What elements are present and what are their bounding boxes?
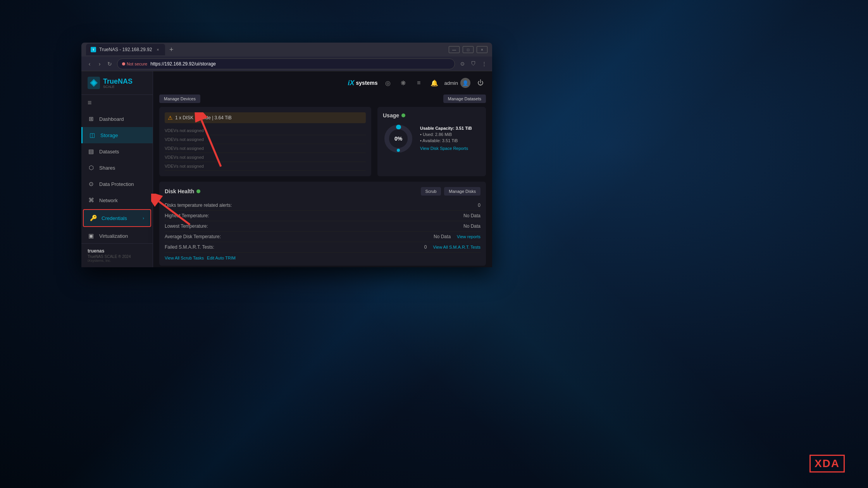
view-all-scrub-link[interactable]: View All Scrub Tasks: [165, 256, 204, 260]
used-stat: • Used: 2.86 MiB: [420, 132, 480, 137]
browser-navbar: ‹ › ↻ Not secure https://192.168.29.92/u…: [81, 57, 492, 71]
usage-chart-area: 0% Usable Capacity: 3.51 TiB • Used: 2.8…: [383, 123, 480, 154]
vdev-row-5: VDEVs not assigned: [165, 162, 366, 171]
sidebar-item-dashboard[interactable]: ⊞ Dashboard: [81, 111, 153, 127]
topbar-right: iX systems ◎ ❋ ≡ 🔔 admin 👤 ⏻: [348, 77, 486, 88]
highest-temp-label: Highest Temperature:: [165, 213, 209, 218]
forward-button[interactable]: ›: [95, 60, 104, 68]
usage-status-dot: [401, 113, 405, 117]
lowest-temp-value: No Data: [463, 223, 480, 229]
disk-info-bar: ⚠ 1 x DISK | 1 wide | 3.64 TiB: [165, 112, 366, 123]
new-tab-button[interactable]: +: [167, 45, 176, 54]
security-dot: [122, 62, 125, 65]
admin-label: admin: [444, 80, 458, 86]
view-reports-link[interactable]: View reports: [457, 234, 480, 239]
sidebar-item-storage[interactable]: ◫ Storage: [81, 127, 153, 143]
alerts-value: 0: [478, 203, 480, 208]
view-disk-space-reports-link[interactable]: View Disk Space Reports: [420, 146, 468, 151]
sidebar: TrueNAS SCALE ≡ ⊞ Dashboard ◫ Storage: [81, 71, 153, 267]
browser-tabs: T TrueNAS - 192.168.29.92 × +: [86, 44, 446, 55]
shares-label: Shares: [99, 165, 115, 171]
credentials-label: Credentials: [102, 215, 127, 221]
dashboard-label: Dashboard: [99, 116, 124, 122]
network-label: Network: [99, 198, 118, 203]
health-row-smart: Failed S.M.A.R.T. Tests: 0 View All S.M.…: [165, 242, 480, 253]
main-topbar: iX systems ◎ ❋ ≡ 🔔 admin 👤 ⏻: [159, 77, 486, 88]
close-button[interactable]: ×: [477, 46, 487, 53]
usable-capacity-stat: Usable Capacity: 3.51 TiB: [420, 126, 480, 131]
sidebar-item-data-protection[interactable]: ⊙ Data Protection: [81, 176, 153, 192]
credentials-chevron-icon: ›: [143, 216, 144, 220]
sidebar-item-virtualization[interactable]: ▣ Virtualization: [81, 228, 153, 243]
edit-auto-trim-link[interactable]: Edit Auto TRIM: [207, 256, 236, 260]
vdev-row-4: VDEVs not assigned: [165, 153, 366, 162]
sidebar-logo: TrueNAS SCALE: [81, 71, 153, 95]
maximize-button[interactable]: □: [463, 46, 474, 53]
sidebar-footer: truenas TrueNAS SCALE ® 2024 iXsystems, …: [81, 243, 153, 267]
vdev-row-3: VDEVs not assigned: [165, 144, 366, 153]
health-row-avg-temp: Average Disk Temperature: No Data View r…: [165, 232, 480, 242]
lowest-temp-label: Lowest Temperature:: [165, 223, 208, 229]
tab-title: TrueNAS - 192.168.29.92: [99, 47, 152, 52]
action-buttons-row: Manage Devices Manage Datasets: [159, 95, 486, 103]
sidebar-username: truenas: [88, 248, 146, 254]
refresh-button[interactable]: ↻: [105, 60, 114, 68]
admin-section[interactable]: admin 👤: [444, 78, 470, 88]
usage-stats: Usable Capacity: 3.51 TiB • Used: 2.86 M…: [420, 126, 480, 151]
datasets-icon: ▤: [88, 148, 95, 155]
browser-shield-button[interactable]: ⛉: [469, 60, 477, 68]
data-protection-label: Data Protection: [99, 181, 134, 187]
hamburger-menu[interactable]: ≡: [81, 95, 153, 111]
app-content: TrueNAS SCALE ≡ ⊞ Dashboard ◫ Storage: [81, 71, 492, 267]
security-indicator: Not secure: [122, 62, 147, 66]
ix-systems-text: systems: [356, 80, 378, 86]
network-icon: ⌘: [88, 197, 95, 204]
browser-tab-active[interactable]: T TrueNAS - 192.168.29.92 ×: [86, 44, 165, 55]
storage-label: Storage: [100, 132, 118, 138]
credentials-icon: 🔑: [90, 215, 97, 222]
sidebar-logo-text: TrueNAS SCALE: [103, 77, 133, 89]
disk-info-text: 1 x DISK | 1 wide | 3.64 TiB: [175, 115, 232, 120]
browser-extensions-button[interactable]: ⊙: [458, 60, 467, 68]
back-button[interactable]: ‹: [85, 60, 94, 68]
warning-icon: ⚠: [168, 115, 173, 121]
highest-temp-value: No Data: [463, 213, 480, 218]
topbar-sync-icon[interactable]: ❋: [398, 77, 409, 88]
manage-datasets-button[interactable]: Manage Datasets: [443, 95, 486, 103]
disk-health-card: Disk Health Scrub Manage Disks Disks tem…: [159, 182, 486, 266]
health-row-lowest-temp: Lowest Temperature: No Data: [165, 221, 480, 232]
shares-icon: ⬡: [88, 164, 95, 171]
sidebar-copyright: iXsystems, Inc.: [88, 259, 146, 263]
sidebar-item-shares[interactable]: ⬡ Shares: [81, 160, 153, 176]
disk-health-title: Disk Health: [165, 188, 200, 194]
available-stat: • Available: 3.51 TiB: [420, 138, 480, 143]
alerts-label: Disks temperature related alerts:: [165, 203, 232, 208]
address-bar[interactable]: Not secure https://192.168.29.92/ui/stor…: [117, 58, 455, 69]
nav-arrows: ‹ › ↻: [85, 60, 114, 68]
sidebar-item-network[interactable]: ⌘ Network: [81, 192, 153, 208]
dashboard-icon: ⊞: [88, 115, 95, 122]
tab-close-button[interactable]: ×: [155, 47, 160, 52]
manage-disks-button[interactable]: Manage Disks: [444, 187, 480, 196]
virtualization-icon: ▣: [88, 232, 95, 239]
topbar-notifications-icon[interactable]: 🔔: [429, 77, 440, 88]
usage-title: Usage: [383, 112, 480, 119]
scrub-button[interactable]: Scrub: [421, 187, 441, 196]
view-all-smart-link[interactable]: View All S.M.A.R.T. Tests: [433, 245, 480, 249]
health-status-dot: [196, 189, 200, 193]
topbar-tasks-icon[interactable]: ≡: [413, 77, 424, 88]
window-controls: — □ ×: [449, 46, 487, 53]
power-button[interactable]: ⏻: [475, 77, 486, 88]
minimize-button[interactable]: —: [449, 46, 460, 53]
avg-temp-label: Average Disk Temperature:: [165, 234, 221, 239]
usage-donut-chart: 0%: [383, 123, 414, 154]
topbar-profile-icon[interactable]: ◎: [382, 77, 393, 88]
browser-menu-button[interactable]: ⋮: [480, 60, 488, 68]
vdev-row-2: VDEVs not assigned: [165, 135, 366, 144]
health-row-alerts: Disks temperature related alerts: 0: [165, 200, 480, 211]
sidebar-item-credentials[interactable]: 🔑 Credentials › Local Users Local Groups…: [83, 209, 151, 227]
sidebar-item-datasets[interactable]: ▤ Datasets: [81, 143, 153, 160]
not-secure-label: Not secure: [127, 62, 147, 66]
browser-titlebar: T TrueNAS - 192.168.29.92 × + — □ ×: [81, 43, 492, 57]
manage-devices-button[interactable]: Manage Devices: [159, 95, 200, 103]
